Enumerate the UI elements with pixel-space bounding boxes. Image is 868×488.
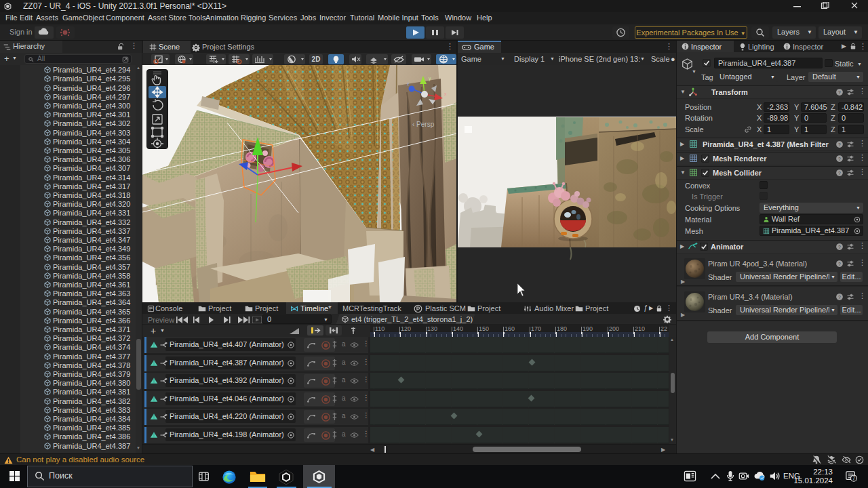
svg-text:?: ? — [838, 262, 841, 266]
svg-text:?: ? — [838, 157, 841, 161]
svg-text:?: ? — [838, 90, 841, 95]
svg-text:?: ? — [838, 295, 841, 300]
svg-text:7: 7 — [852, 476, 855, 481]
svg-text:?: ? — [838, 142, 841, 147]
svg-text:z: z — [407, 81, 410, 86]
svg-text:?: ? — [838, 171, 841, 176]
svg-text:y: y — [429, 76, 431, 81]
svg-text:‹ Persp: ‹ Persp — [412, 121, 435, 128]
svg-text:x: x — [444, 92, 447, 96]
svg-text:?: ? — [838, 245, 841, 249]
